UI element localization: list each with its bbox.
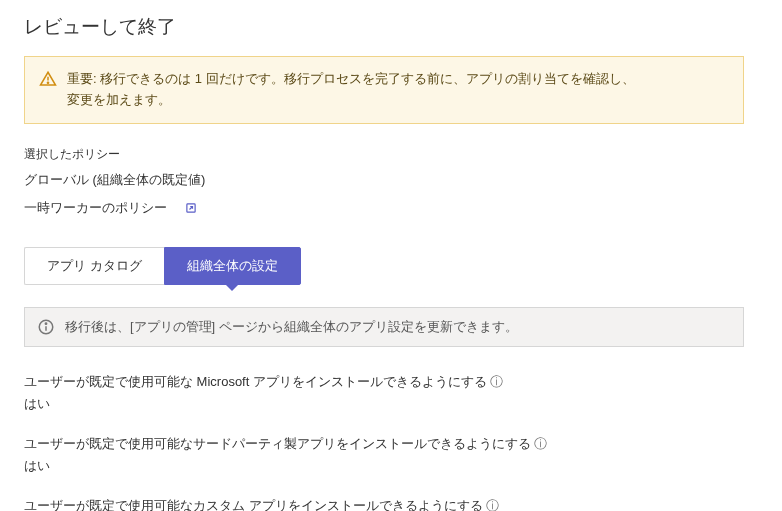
info-bar: 移行後は、[アプリの管理] ページから組織全体のアプリ設定を更新できます。 [24, 307, 744, 347]
external-link-icon[interactable] [185, 202, 197, 214]
warning-banner: 重要: 移行できるのは 1 回だけです。移行プロセスを完了する前に、アプリの割り… [24, 56, 744, 124]
policy-temp-worker-name: 一時ワーカーのポリシー [24, 199, 167, 217]
setting-value: はい [24, 457, 758, 475]
warning-text: 重要: 移行できるのは 1 回だけです。移行プロセスを完了する前に、アプリの割り… [67, 69, 647, 111]
setting-label: ユーザーが既定で使用可能なカスタム アプリをインストールできるようにする [24, 498, 483, 511]
page-title: レビューして終了 [24, 14, 758, 40]
info-mark-icon[interactable]: ⓘ [486, 498, 499, 511]
info-mark-icon[interactable]: ⓘ [534, 436, 547, 451]
warning-icon [39, 70, 57, 88]
setting-custom-apps: ユーザーが既定で使用可能なカスタム アプリをインストールできるようにするⓘ はい [24, 497, 758, 511]
setting-value: はい [24, 395, 758, 413]
policy-global: グローバル (組織全体の既定値) [24, 171, 758, 189]
setting-label: ユーザーが既定で使用可能な Microsoft アプリをインストールできるように… [24, 374, 487, 389]
tab-org-settings[interactable]: 組織全体の設定 [164, 247, 301, 285]
setting-thirdparty-apps: ユーザーが既定で使用可能なサードパーティ製アプリをインストールできるようにするⓘ… [24, 435, 758, 475]
selected-policies-label: 選択したポリシー [24, 146, 758, 163]
info-icon [37, 318, 55, 336]
setting-label: ユーザーが既定で使用可能なサードパーティ製アプリをインストールできるようにする [24, 436, 531, 451]
svg-point-5 [45, 323, 46, 324]
tab-app-catalog[interactable]: アプリ カタログ [24, 247, 164, 285]
info-mark-icon[interactable]: ⓘ [490, 374, 503, 389]
setting-microsoft-apps: ユーザーが既定で使用可能な Microsoft アプリをインストールできるように… [24, 373, 758, 413]
info-bar-text: 移行後は、[アプリの管理] ページから組織全体のアプリ設定を更新できます。 [65, 318, 518, 336]
tabs: アプリ カタログ 組織全体の設定 [24, 247, 758, 285]
svg-point-1 [47, 82, 48, 83]
policy-temp-worker-row: 一時ワーカーのポリシー [24, 199, 758, 217]
